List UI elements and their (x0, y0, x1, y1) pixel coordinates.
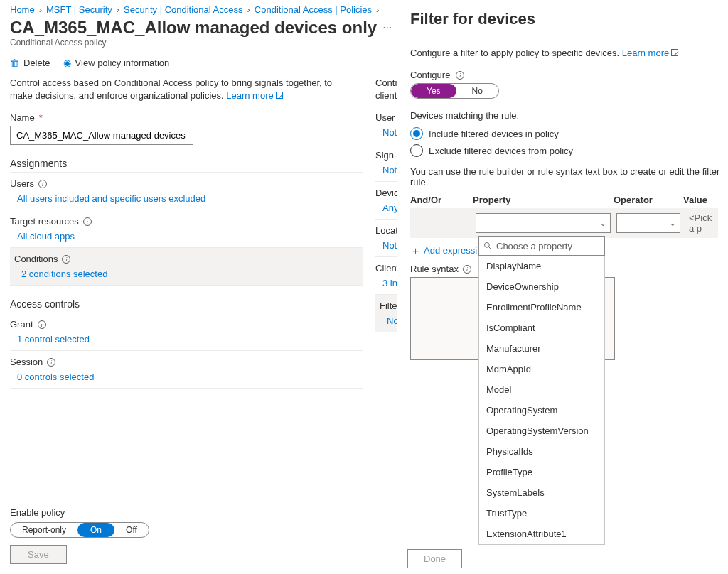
more-actions-button[interactable]: ··· (382, 21, 392, 34)
property-list[interactable]: DisplayNameDeviceOwnershipEnrollmentProf… (478, 256, 605, 545)
property-option[interactable]: MdmAppId (479, 359, 604, 379)
conditions-setting[interactable]: Conditions 2 conditions selected (10, 248, 363, 286)
include-label: Include filtered devices in policy (429, 129, 559, 139)
enable-policy-label: Enable policy (10, 507, 387, 518)
property-option[interactable]: OperatingSystem (479, 400, 604, 421)
value-placeholder[interactable]: <Pick a p (686, 212, 715, 234)
policy-description: Control access based on Conditional Acce… (10, 77, 363, 102)
svg-point-0 (485, 243, 490, 248)
toggle-report-only[interactable]: Report-only (11, 523, 77, 537)
property-option[interactable]: Model (479, 379, 604, 400)
grant-value[interactable]: 1 control selected (17, 334, 355, 345)
breadcrumb-item[interactable]: Home (10, 4, 35, 15)
property-option[interactable]: SystemLabels (479, 482, 604, 503)
toggle-on[interactable]: On (77, 523, 114, 537)
info-icon[interactable] (47, 358, 55, 367)
rule-syntax-label: Rule syntax (410, 264, 459, 274)
delete-button[interactable]: 🗑 Delete (10, 58, 50, 68)
done-button[interactable]: Done (407, 549, 462, 568)
users-value[interactable]: All users included and specific users ex… (17, 193, 355, 204)
exclude-label: Exclude filtered devices from policy (429, 146, 573, 156)
policy-name-input[interactable] (10, 126, 193, 145)
col-andor: And/Or (410, 195, 467, 205)
info-icon[interactable] (83, 217, 92, 226)
external-link-icon (671, 49, 678, 56)
users-setting[interactable]: Users All users included and specific us… (10, 173, 363, 210)
radio-icon (410, 127, 423, 140)
plus-icon: ＋ (410, 245, 421, 256)
enable-policy-toggle[interactable]: Report-only On Off (10, 522, 149, 538)
chevron-right-icon: › (117, 4, 119, 15)
view-policy-info-button[interactable]: ◉ View policy information (63, 58, 170, 68)
breadcrumb-item[interactable]: Conditional Access | Policies (255, 4, 372, 15)
delete-label: Delete (23, 58, 50, 68)
configure-yes[interactable]: Yes (411, 84, 456, 98)
property-option[interactable]: IsCompliant (479, 318, 604, 338)
radio-icon (410, 144, 423, 157)
col-value: Value (683, 195, 718, 205)
property-option[interactable]: Manufacturer (479, 338, 604, 359)
session-value[interactable]: 0 controls selected (17, 372, 355, 382)
col-property: Property (473, 195, 608, 205)
configure-no[interactable]: No (456, 84, 498, 98)
include-radio[interactable]: Include filtered devices in policy (410, 125, 728, 142)
search-icon (483, 242, 492, 250)
resources-value[interactable]: All cloud apps (17, 231, 355, 242)
eye-icon: ◉ (63, 58, 71, 68)
col-operator: Operator (614, 195, 678, 205)
property-option[interactable]: ExtensionAttribute1 (479, 524, 604, 544)
info-icon[interactable] (463, 265, 471, 274)
info-icon[interactable] (38, 320, 46, 329)
trash-icon: 🗑 (10, 58, 19, 68)
svg-line-1 (489, 247, 491, 249)
blade-title: Filter for devices (410, 10, 728, 28)
property-option[interactable]: ProfileType (479, 462, 604, 482)
property-dropdown[interactable]: ⌄ (476, 213, 611, 233)
exclude-radio[interactable]: Exclude filtered devices from policy (410, 142, 728, 159)
add-expression-button[interactable]: ＋Add expressi (410, 245, 477, 256)
breadcrumb-item[interactable]: MSFT | Security (46, 4, 112, 15)
info-icon[interactable] (456, 71, 464, 80)
chevron-right-icon: › (39, 4, 42, 15)
external-link-icon (276, 92, 283, 99)
configure-label: Configure (410, 70, 450, 80)
info-icon[interactable] (62, 255, 70, 264)
page-title: CA_M365_MAC_Allow managed devices only (10, 18, 377, 38)
save-button[interactable]: Save (10, 545, 67, 564)
rule-hint: You can use the rule builder or rule syn… (410, 166, 728, 188)
chevron-down-icon: ⌄ (600, 220, 606, 227)
toggle-off[interactable]: Off (114, 523, 149, 537)
configure-toggle[interactable]: Yes No (410, 83, 499, 99)
name-label: Name* (10, 112, 363, 123)
property-option[interactable]: EnrollmentProfileName (479, 297, 604, 318)
match-rule-label: Devices matching the rule: (410, 110, 728, 121)
info-icon[interactable] (38, 180, 47, 188)
operator-dropdown[interactable]: ⌄ (616, 213, 680, 233)
access-controls-heading: Access controls (10, 298, 363, 313)
property-search-input[interactable]: Choose a property (478, 236, 605, 256)
search-placeholder: Choose a property (496, 241, 572, 251)
property-dropdown-popup: Choose a property DisplayNameDeviceOwner… (478, 236, 605, 545)
learn-more-link[interactable]: Learn more (622, 48, 678, 58)
session-setting[interactable]: Session 0 controls selected (10, 351, 363, 389)
chevron-right-icon: › (247, 4, 250, 15)
learn-more-link[interactable]: Learn more (226, 90, 282, 101)
property-option[interactable]: DisplayName (479, 256, 604, 276)
conditions-value[interactable]: 2 conditions selected (21, 269, 355, 279)
property-option[interactable]: OperatingSystemVersion (479, 421, 604, 441)
target-resources-setting[interactable]: Target resources All cloud apps (10, 210, 363, 248)
property-option[interactable]: TrustType (479, 503, 604, 524)
blade-description: Configure a filter to apply policy to sp… (410, 47, 728, 60)
assignments-heading: Assignments (10, 158, 363, 173)
property-option[interactable]: DeviceOwnership (479, 276, 604, 297)
grant-setting[interactable]: Grant 1 control selected (10, 313, 363, 351)
chevron-down-icon: ⌄ (670, 220, 675, 227)
chevron-right-icon: › (376, 4, 379, 15)
property-option[interactable]: PhysicalIds (479, 441, 604, 462)
view-info-label: View policy information (75, 58, 170, 68)
breadcrumb-item[interactable]: Security | Conditional Access (124, 4, 242, 15)
